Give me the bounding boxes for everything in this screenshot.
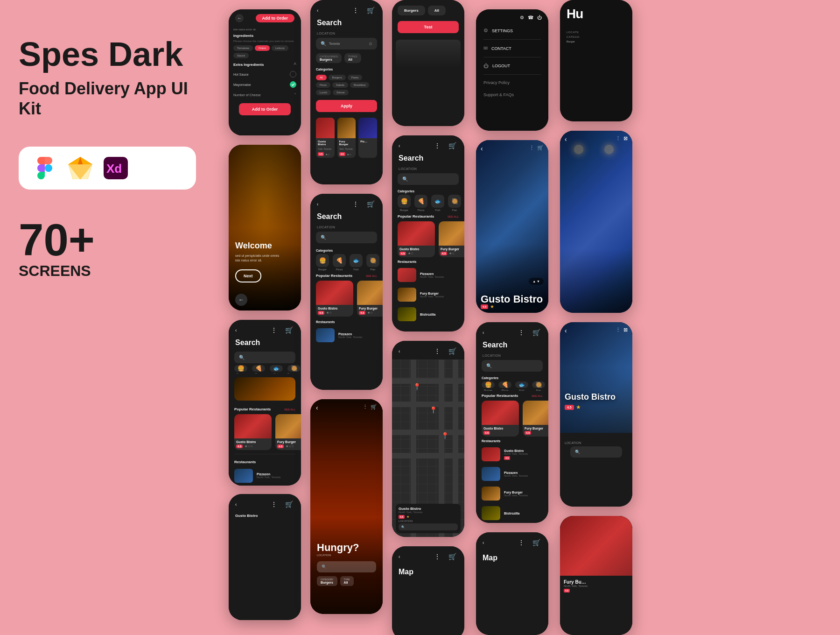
chip-pasta[interactable]: Pasta (348, 75, 362, 80)
back-btn[interactable]: ‹ (316, 404, 318, 411)
chip-pizza[interactable]: Pizza (316, 82, 330, 88)
rest-pizzazen[interactable]: PizzazenNorth York, Toronto (392, 265, 464, 285)
rest-gusto[interactable]: Gusto Bistro 4.5★☆ (398, 221, 435, 257)
back-btn[interactable]: ‹ (235, 328, 237, 333)
rest-fury-list[interactable]: Fury BurgerNorth York, Toronto (476, 484, 548, 503)
back-btn[interactable]: ‹ (483, 540, 484, 545)
rest-fury[interactable]: Fury Burger 4.5 (523, 401, 548, 437)
back-btn[interactable]: ‹ (483, 330, 484, 335)
more-icon[interactable]: ⋮ (268, 325, 280, 336)
tag-sauce[interactable]: Sauce (233, 53, 249, 58)
radio-hotsauce[interactable] (290, 71, 296, 78)
cat-fish[interactable]: 🐟Fish (431, 195, 444, 212)
back-btn[interactable]: ← (235, 294, 247, 306)
cart-icon[interactable]: 🛒 (371, 404, 377, 411)
rest-gusto-list[interactable]: Gusto BistroNorth York, Toronto4.5 (476, 444, 548, 464)
add-to-order-btn[interactable]: Add to Order (239, 103, 291, 115)
cat-pizza[interactable]: 🍕Pizza (498, 381, 511, 391)
cat-fish[interactable]: 🐟Fish (515, 381, 528, 391)
search-bar[interactable]: 🔍 (234, 352, 295, 363)
rest-bistrozilla[interactable]: Bistrozilla (392, 304, 464, 324)
chip-salads[interactable]: Salads (332, 82, 348, 88)
rest-card-gusto[interactable]: Gusto Bistro 4.5 ★☆ (316, 281, 353, 317)
cat-burger[interactable]: 🍔Burger (482, 381, 495, 391)
chip-burgers[interactable]: Burgers (329, 75, 346, 80)
expand-icon[interactable]: ⊠ (623, 327, 628, 334)
back-btn[interactable]: ‹ (399, 554, 400, 559)
more-icon[interactable]: ⋮ (432, 551, 443, 562)
rest-gusto[interactable]: Gusto Bistro 4.5 (482, 401, 519, 437)
location-input[interactable]: 🔍 (399, 523, 458, 530)
type-filter[interactable]: TYPE All (340, 576, 354, 586)
chip-lunch[interactable]: Lunch (316, 90, 331, 95)
rest-card-fury[interactable]: Fury Burger 4.5 ★☆☆ (275, 414, 301, 450)
more-icon[interactable]: ⋮ (432, 346, 443, 357)
cat-pan[interactable]: 🥘 Pan (366, 254, 379, 271)
location-bar[interactable]: 🔍 (570, 446, 622, 458)
next-button[interactable]: Add to Order (256, 14, 295, 22)
back-btn[interactable]: ‹ (565, 135, 567, 143)
chip-dinner[interactable]: Dinner (333, 90, 349, 95)
expand-icon[interactable]: ⊠ (623, 135, 628, 143)
map-pin[interactable]: 📍 (413, 383, 421, 390)
more-icon[interactable]: ⋮ (616, 135, 621, 143)
cart-icon[interactable]: 🛒 (365, 5, 376, 16)
back-btn[interactable]: ‹ (235, 502, 237, 507)
more-icon[interactable]: ⋮ (268, 499, 280, 510)
cat-fish[interactable]: 🐟 Fish (350, 254, 363, 271)
see-all-btn[interactable]: SEE ALL (448, 215, 459, 218)
rest-pizzazen-list[interactable]: PizzazenNorth York, Toronto (476, 464, 548, 484)
cat-burger[interactable]: 🍔Burger (398, 195, 411, 212)
cart-icon[interactable]: 🛒 (283, 325, 294, 336)
tab-all[interactable]: All (428, 6, 446, 15)
cart-icon[interactable]: 🛒 (365, 198, 376, 210)
cat-pan[interactable]: 🥘Pan (532, 381, 545, 391)
rest-card-gusto[interactable]: Gusto Bistro York, Toronto 4.5 ★☆ (316, 118, 335, 158)
rest-card-gusto[interactable]: Gusto Bistro 4.5 ★☆☆ (234, 414, 272, 450)
apply-btn[interactable]: Apply (316, 100, 377, 112)
rest-card-fury[interactable]: Fury Burger 4.5 ★☆ (357, 281, 383, 317)
menu-privacy[interactable]: Privacy Policy (476, 77, 548, 89)
collapse-icon[interactable]: ^ (294, 62, 296, 67)
rest-fury-list[interactable]: Fury BurgerNorth York, Toronto (392, 285, 464, 304)
back-button[interactable]: ← (235, 14, 244, 22)
back-btn[interactable]: ‹ (481, 145, 483, 152)
more-icon[interactable]: ⋮ (516, 537, 527, 548)
map-pin[interactable]: 📍 (441, 432, 449, 439)
category-filter[interactable]: CATEGORY Burgers (317, 576, 337, 586)
rest-list-pizzazen[interactable]: Pizzazen North York, Toronto (229, 466, 301, 486)
filter-icon[interactable]: ⚙ (369, 42, 372, 46)
search-bar[interactable]: 🔍 (316, 232, 377, 243)
cat-fish[interactable]: 🐟 Fish (270, 365, 283, 374)
logout-icon[interactable]: ⏻ (537, 15, 542, 20)
see-all-btn[interactable]: SEE ALL (284, 408, 295, 411)
cat-burger[interactable]: 🍔 Burger (316, 254, 329, 271)
test-btn[interactable]: Test (398, 21, 459, 33)
back-btn[interactable]: ‹ (317, 202, 318, 207)
see-all-btn[interactable]: SEE ALL (532, 395, 543, 397)
category-filter[interactable]: CATEGORIES Burgers (316, 53, 342, 63)
cart-icon[interactable]: 🛒 (531, 327, 542, 338)
rest-card-piz3[interactable]: Piz… (358, 118, 377, 158)
toggle-btn[interactable]: ▲ ▼ (529, 278, 544, 285)
gear-icon[interactable]: ⚙ (520, 15, 524, 20)
cat-pizza[interactable]: 🍕 Pizza (252, 365, 265, 374)
menu-contact[interactable]: ✉ CONTACT (476, 42, 548, 55)
cart-icon[interactable]: 🛒 (447, 551, 458, 562)
phone-icon[interactable]: ☎ (528, 15, 533, 20)
tab-burgers[interactable]: Burgers (398, 6, 425, 15)
tag-tomatoes[interactable]: Tomatoes (233, 45, 253, 51)
more-icon[interactable]: ⋮ (529, 145, 534, 152)
rest-bistrozilla-list[interactable]: Bistrozilla (476, 503, 548, 523)
search-bar[interactable]: 🔍 (482, 360, 543, 372)
rest-fury[interactable]: Fury Burger 4.5★☆ (439, 221, 464, 257)
chip-all[interactable]: All (316, 75, 327, 80)
cat-burger[interactable]: 🍔 Burger (234, 365, 247, 374)
chevron-icon[interactable]: ˅ (294, 92, 296, 98)
tag-lettuce[interactable]: Lettuce (272, 45, 288, 51)
cart-icon[interactable]: 🛒 (447, 346, 458, 357)
tag-onion[interactable]: Onion (255, 45, 270, 51)
map-card[interactable]: Gusto Bistro North York, Toronto 4.5 ★ L… (396, 504, 461, 533)
cart-icon[interactable]: 🛒 (537, 145, 544, 152)
chip-breakfast[interactable]: Breakfast (350, 82, 369, 88)
